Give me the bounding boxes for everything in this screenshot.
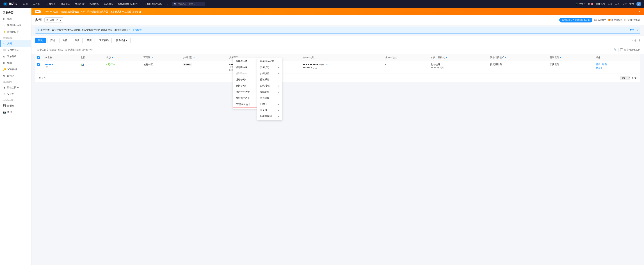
renew-button[interactable]: 续费 — [84, 38, 95, 43]
scene-teaching-button[interactable]: 📖 场景教学 — [594, 18, 606, 22]
monitor-chart-icon[interactable]: 📊 — [81, 63, 84, 66]
menu-buy-same-config[interactable]: 购买相同配置 — [257, 58, 282, 64]
global-search-box[interactable]: 🔍 — [172, 2, 205, 6]
nav-vpc[interactable]: 私有网络 — [89, 2, 100, 6]
menu-instance-status[interactable]: 实例状态 — [257, 64, 282, 70]
instance-id-link[interactable]: ●●●●●● — [44, 63, 53, 66]
sidebar-item-snapshot[interactable]: 📷 快照 ▾ — [0, 109, 31, 116]
automation-icon: ⚡ — [3, 30, 6, 33]
new-instance-button[interactable]: 新建 — [35, 38, 46, 43]
more-actions-button[interactable]: 更多操作 ▾ — [113, 38, 130, 43]
notice-link[interactable]: 点击提交 ↗ — [132, 28, 145, 32]
row-checkbox[interactable] — [37, 63, 40, 66]
table-search-icon[interactable]: 🔍 — [614, 48, 616, 51]
menu-make-image[interactable]: 制作镜像 — [257, 95, 282, 101]
context-menu-2: 购买相同配置 实例状态 实例设置 重装系统 密码/密钥 资源调整 制作镜像 IP… — [257, 58, 282, 120]
stop-button[interactable]: 关机 — [60, 38, 70, 43]
reset-password-button[interactable]: 重置密码 — [96, 38, 112, 43]
sidebar-item-self-check[interactable]: ✓ 实例自助检测 — [0, 22, 31, 28]
billing-mode: 包年包月 — [431, 63, 486, 66]
sidebar-item-images[interactable]: ◫ 镜像 — [0, 60, 31, 66]
sidebar-item-placement-group[interactable]: ⊡ 置放群组 — [0, 53, 31, 60]
instance-status-badge: 运行中 — [106, 63, 139, 66]
select-all-checkbox[interactable] — [37, 56, 40, 58]
table-search-input[interactable] — [37, 48, 612, 51]
menu-password-key[interactable]: 密码/密钥 — [257, 83, 282, 89]
th-billing-filter[interactable]: ▼ — [445, 56, 447, 58]
sidebar-item-automation[interactable]: ⚡ 自动化助手 ▾ — [0, 28, 31, 35]
menu-instance-settings[interactable]: 实例设置 — [257, 70, 282, 76]
ipv4-info-icon[interactable]: ⓘ — [315, 56, 317, 58]
nav-overview[interactable]: 总览 — [22, 2, 28, 6]
nav-more-dots[interactable]: ··· — [166, 3, 168, 6]
menu-ops-detect[interactable]: 运维与检测 — [257, 113, 282, 120]
nav-billing[interactable]: 费用 — [629, 2, 634, 6]
pending-recycle-checkbox[interactable] — [620, 48, 623, 51]
table-search-input-box[interactable]: 🔍 — [35, 47, 618, 52]
sidebar-item-ssh[interactable]: 🔑 SSH密钥 — [0, 66, 31, 73]
th-project-filter[interactable]: ▼ — [560, 56, 562, 58]
menu-resource-adjust[interactable]: 资源调整 — [257, 89, 282, 95]
nav-support[interactable]: 支持 — [622, 2, 627, 6]
sidebar-item-instances[interactable]: □ 实例 — [0, 40, 31, 47]
nav-container[interactable]: 容器服务 — [60, 2, 71, 6]
notice-dot-1 — [630, 29, 632, 30]
sidebar-group-instances: 实例与镜像 — [0, 35, 31, 40]
nav-filing[interactable]: 备案 — [608, 2, 612, 6]
user-avatar[interactable]: U — [636, 2, 641, 6]
sidebar-item-security-group[interactable]: 🛡 安全组 — [0, 91, 31, 97]
th-net-billing-filter[interactable]: ▼ — [505, 56, 507, 58]
nav-group-account[interactable]: 集团账号 — [596, 2, 605, 6]
global-search-input[interactable] — [178, 3, 203, 5]
row-id-name-cell: ●●●●●● ●●●● — [42, 61, 78, 74]
settings-icon[interactable]: ⚙ — [634, 39, 637, 42]
nav-serverless[interactable]: Serverless 应用中心 — [118, 2, 140, 6]
promo-banner: HOT 100%CPU性能，精选云服务器低至1.8折，消费满额赠免费产品，更多优… — [32, 8, 644, 15]
more-action[interactable]: 更多 ▾ — [596, 66, 638, 70]
sidebar-item-disk[interactable]: 💾 云硬盘 — [0, 102, 31, 109]
logo[interactable]: 腾讯云 — [3, 2, 17, 6]
nav-tools[interactable]: 工具 — [615, 2, 620, 6]
nav-clb[interactable]: 负载均衡 — [74, 2, 85, 6]
nav-cvm[interactable]: 云服务器 — [46, 2, 56, 6]
feedback-button[interactable]: 有奖问卷，产品体验您说了算 — [559, 18, 592, 22]
nav-mysql[interactable]: 云数据库 MySQL — [144, 2, 163, 6]
menu-security-group[interactable]: 安全组 — [257, 107, 282, 113]
th-zone-filter[interactable]: ▼ — [151, 56, 153, 58]
region-selector[interactable]: ⊞ 成都一区 ▾ — [44, 18, 63, 22]
nav-cloud-products[interactable]: 云产品 — [32, 2, 42, 6]
guide-button[interactable]: 📋 实例使用指南 — [624, 18, 640, 22]
chevron-down-icon-4: ▾ — [60, 19, 61, 22]
restart-button[interactable]: 重启 — [72, 38, 82, 43]
menu-ip-nic[interactable]: IP/网卡 — [257, 101, 282, 107]
page-title: 实例 — [35, 18, 42, 22]
start-button[interactable]: 开机 — [47, 38, 58, 43]
th-ipv6: 主IPv6地址 — [383, 54, 428, 61]
renew-action[interactable]: 续费 — [602, 63, 607, 66]
page-header-actions: 有奖问卷，产品体验您说了算 📖 场景教学 🎁 限时领福利 📋 实例使用指南 — [559, 18, 640, 22]
instance-type-tag: ●●●●● — [183, 63, 192, 66]
refresh-icon[interactable]: ↻ — [630, 39, 633, 42]
menu-reinstall-system[interactable]: 重装系统 — [257, 76, 282, 83]
download-icon[interactable]: ⬇ — [638, 39, 640, 42]
pending-recycle-check[interactable]: 查看待回收实例 — [620, 48, 640, 52]
th-type-filter[interactable]: ▼ — [193, 56, 195, 58]
copy-ip-icon[interactable]: ⧉ — [326, 63, 328, 66]
banner-close-button[interactable]: × — [638, 10, 640, 14]
nav-mini-program[interactable]: 📱 小程序 — [575, 2, 586, 6]
page-size-select[interactable]: 20 50 100 — [620, 76, 630, 80]
sidebar-item-eip[interactable]: ◈ 弹性公网IP — [0, 84, 31, 91]
sidebar-item-overview[interactable]: ⊞ 概览 — [0, 16, 31, 22]
info-icon: ℹ — [38, 29, 39, 32]
nav-cls[interactable]: 日志服务 — [103, 2, 114, 6]
sidebar-item-recycle[interactable]: 🗑 回收站 ▾ — [0, 73, 31, 79]
nav-messages[interactable]: ✉ 2 — [588, 3, 593, 6]
table-search-bar: 🔍 查看待回收实例 — [32, 45, 644, 54]
th-status-filter[interactable]: ▼ — [112, 56, 114, 58]
th-status: 状态 ▼ — [104, 54, 141, 61]
security-group-icon: 🛡 — [3, 92, 6, 96]
notice-close-button[interactable]: × — [636, 28, 638, 32]
login-action[interactable]: 登录 — [596, 63, 600, 66]
sidebar-item-dedicated-host[interactable]: ⬜ 专用宿主机 — [0, 47, 31, 53]
promo-benefit-button[interactable]: 🎁 限时领福利 — [608, 18, 622, 22]
